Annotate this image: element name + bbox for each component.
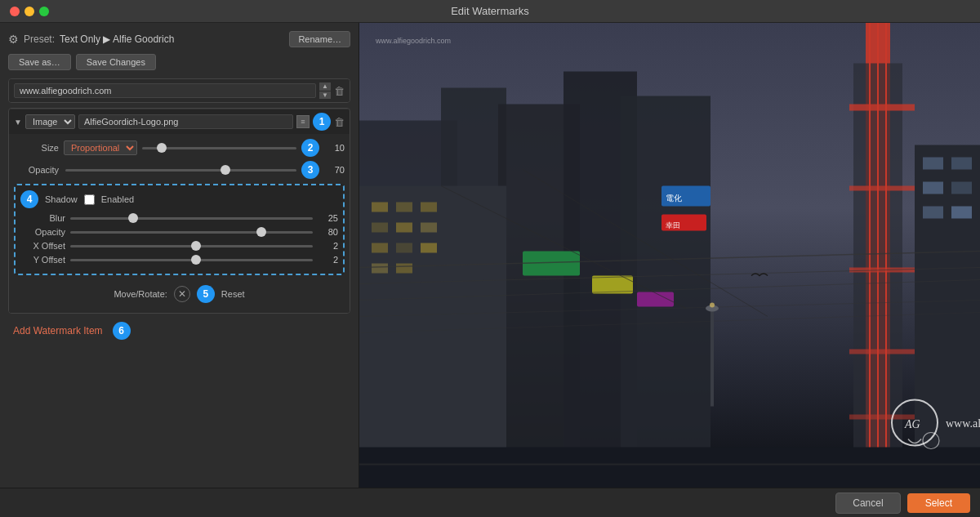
image-file-input[interactable] bbox=[78, 114, 293, 129]
callout-3: 3 bbox=[301, 161, 319, 179]
blur-label: Blur bbox=[20, 213, 65, 223]
svg-rect-11 bbox=[396, 223, 412, 233]
watermark-url-item: ▲ ▼ 🗑 bbox=[8, 78, 350, 103]
move-rotate-row: Move/Rotate: ✕ 5 Reset bbox=[14, 280, 345, 308]
size-slider[interactable] bbox=[142, 147, 296, 149]
preview-area: 電化 幸田 AG bbox=[359, 23, 980, 488]
blur-slider[interactable] bbox=[70, 217, 313, 220]
city-background: 電化 幸田 AG bbox=[359, 23, 980, 488]
delete-url-button[interactable]: 🗑 bbox=[334, 85, 345, 97]
callout-5: 5 bbox=[197, 285, 215, 303]
svg-rect-31 bbox=[923, 182, 943, 194]
svg-rect-14 bbox=[396, 243, 412, 253]
svg-rect-23 bbox=[849, 105, 915, 111]
proportional-select[interactable]: Proportional Fixed bbox=[64, 140, 137, 155]
svg-rect-32 bbox=[951, 182, 972, 194]
opacity-slider[interactable] bbox=[65, 169, 296, 172]
window-title: Edit Watermarks bbox=[451, 5, 529, 17]
rename-button[interactable]: Rename… bbox=[289, 31, 350, 47]
y-offset-label: Y Offset bbox=[20, 255, 65, 265]
save-as-button[interactable]: Save as… bbox=[8, 54, 71, 70]
y-offset-row: Y Offset 2 bbox=[20, 255, 338, 265]
svg-text:www.alfiegoodrich.com: www.alfiegoodrich.com bbox=[375, 37, 451, 45]
x-offset-value: 2 bbox=[318, 241, 338, 251]
add-watermark-row: Add Watermark Item 6 bbox=[8, 319, 350, 343]
select-button[interactable]: Select bbox=[907, 493, 970, 513]
svg-rect-29 bbox=[923, 158, 943, 170]
svg-rect-53 bbox=[359, 464, 980, 466]
move-rotate-label: Move/Rotate: bbox=[114, 289, 167, 299]
y-offset-slider[interactable] bbox=[70, 259, 313, 261]
svg-text:AG: AG bbox=[904, 418, 920, 430]
callout-4: 4 bbox=[20, 190, 38, 208]
move-up-button[interactable]: ▲ bbox=[319, 82, 331, 91]
preset-value: Text Only ▶ Alfie Goodrich bbox=[60, 33, 174, 45]
svg-point-51 bbox=[710, 303, 715, 308]
wm-image-row: ▼ Image Text ≡ 1 🗑 bbox=[9, 109, 350, 134]
gear-icon: ⚙ bbox=[8, 33, 19, 46]
svg-rect-10 bbox=[372, 223, 388, 233]
svg-rect-49 bbox=[710, 309, 714, 407]
svg-rect-17 bbox=[396, 264, 412, 274]
svg-rect-16 bbox=[372, 264, 388, 274]
size-row: Size Proportional Fixed 2 10 bbox=[14, 139, 345, 157]
opacity-value: 70 bbox=[324, 165, 345, 175]
svg-rect-7 bbox=[372, 203, 388, 212]
move-down-button[interactable]: ▼ bbox=[319, 91, 331, 100]
delete-image-button[interactable]: 🗑 bbox=[334, 116, 345, 128]
opacity-row: Opacity 3 70 bbox=[14, 161, 345, 179]
svg-rect-24 bbox=[849, 186, 915, 191]
expand-arrow-icon[interactable]: ▼ bbox=[14, 118, 22, 127]
browse-file-button[interactable]: ≡ bbox=[296, 115, 310, 128]
blur-row: Blur 25 bbox=[20, 213, 338, 223]
shadow-title: Shadow bbox=[45, 194, 78, 204]
y-offset-value: 2 bbox=[318, 255, 338, 265]
svg-rect-30 bbox=[951, 158, 972, 170]
move-rotate-button[interactable]: ✕ bbox=[174, 286, 190, 302]
add-watermark-link[interactable]: Add Watermark Item bbox=[8, 319, 108, 343]
watermark-image-item: ▼ Image Text ≡ 1 🗑 Size Proportional Fix… bbox=[8, 108, 350, 314]
wm-order-arrows: ▲ ▼ bbox=[319, 82, 331, 99]
bottom-bar: Cancel Select bbox=[0, 488, 980, 517]
svg-text:電化: 電化 bbox=[666, 194, 682, 203]
city-svg: 電化 幸田 AG bbox=[359, 23, 980, 488]
blur-value: 25 bbox=[318, 213, 338, 223]
svg-rect-26 bbox=[849, 350, 915, 354]
wm-url-header: ▲ ▼ 🗑 bbox=[9, 79, 350, 102]
svg-rect-33 bbox=[923, 207, 943, 219]
svg-rect-9 bbox=[421, 203, 437, 212]
svg-text:幸田: 幸田 bbox=[666, 221, 680, 230]
reset-button[interactable]: Reset bbox=[221, 289, 245, 299]
shadow-enabled-checkbox[interactable] bbox=[84, 194, 95, 205]
cancel-button[interactable]: Cancel bbox=[835, 492, 900, 514]
x-offset-row: X Offset 2 bbox=[20, 241, 338, 251]
callout-6: 6 bbox=[113, 322, 131, 340]
svg-rect-8 bbox=[396, 203, 412, 212]
shadow-opacity-value: 80 bbox=[318, 227, 338, 237]
svg-rect-34 bbox=[951, 207, 972, 219]
preset-row: ⚙ Preset: Text Only ▶ Alfie Goodrich Ren… bbox=[8, 31, 350, 47]
close-button[interactable] bbox=[10, 7, 20, 16]
shadow-opacity-label: Opacity bbox=[20, 227, 65, 237]
callout-1: 1 bbox=[313, 113, 331, 131]
size-value: 10 bbox=[324, 143, 345, 153]
svg-rect-12 bbox=[421, 223, 437, 233]
minimize-button[interactable] bbox=[24, 7, 34, 16]
shadow-opacity-row: Opacity 80 bbox=[20, 227, 338, 237]
opacity-label: Opacity bbox=[14, 165, 59, 175]
save-changes-button[interactable]: Save Changes bbox=[76, 54, 156, 70]
title-bar: Edit Watermarks bbox=[0, 0, 980, 23]
callout-2: 2 bbox=[301, 139, 319, 157]
svg-rect-52 bbox=[359, 448, 980, 488]
shadow-section: 4 Shadow Enabled Blur 25 Opacity bbox=[14, 184, 345, 275]
type-select[interactable]: Image Text bbox=[25, 114, 75, 129]
x-offset-slider[interactable] bbox=[70, 245, 313, 247]
x-offset-label: X Offset bbox=[20, 241, 65, 251]
shadow-header: 4 Shadow Enabled bbox=[20, 190, 338, 208]
shadow-opacity-slider[interactable] bbox=[70, 231, 313, 234]
save-buttons-row: Save as… Save Changes bbox=[8, 54, 350, 70]
shadow-enabled-label: Enabled bbox=[101, 194, 134, 204]
svg-rect-5 bbox=[621, 96, 710, 488]
maximize-button[interactable] bbox=[39, 7, 49, 16]
watermark-url-input[interactable] bbox=[14, 83, 316, 98]
